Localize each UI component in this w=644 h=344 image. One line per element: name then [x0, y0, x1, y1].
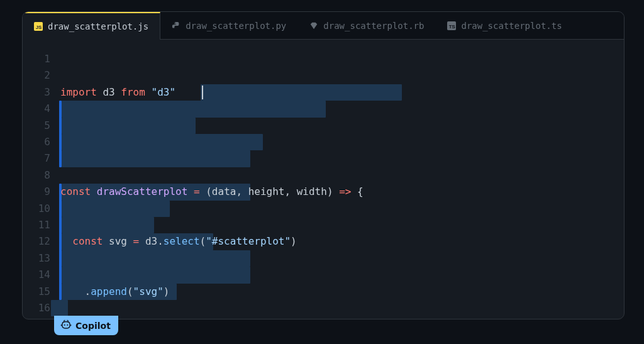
svg-text:TS: TS: [449, 23, 455, 29]
copilot-button[interactable]: Copilot: [54, 316, 118, 335]
tab-label: draw_scatterplot.ts: [461, 21, 562, 31]
ruby-icon: [309, 21, 318, 30]
code-line: .append("svg"): [60, 284, 624, 300]
tab-py[interactable]: draw_scatterplot.py: [160, 12, 298, 39]
copilot-label: Copilot: [75, 321, 111, 331]
tab-label: draw_scatterplot.py: [186, 21, 286, 31]
editor-window: JS draw_scatterplot.js draw_scatterplot.…: [22, 11, 625, 319]
copilot-icon: [60, 319, 72, 331]
python-icon: [172, 21, 180, 30]
svg-point-6: [67, 325, 68, 326]
tab-bar: JS draw_scatterplot.js draw_scatterplot.…: [23, 12, 624, 40]
svg-point-5: [64, 325, 65, 326]
svg-point-2: [175, 22, 175, 23]
tab-label: draw_scatterplot.rb: [323, 21, 424, 31]
code-line: import d3 from "d3": [60, 84, 624, 101]
tab-label: draw_scatterplot.js: [48, 21, 148, 31]
ts-icon: TS: [447, 21, 456, 30]
js-icon: JS: [34, 22, 43, 31]
code-line: [60, 134, 624, 150]
code-lines[interactable]: import d3 from "d3" const drawScatterplo…: [53, 51, 624, 319]
code-line: const drawScatterplot = (data, height, w…: [60, 184, 624, 200]
tab-js[interactable]: JS draw_scatterplot.js: [23, 12, 160, 40]
svg-text:JS: JS: [36, 25, 42, 30]
line-number-gutter: 1 2 3 4 5 6 7 8 9 10 11 12 13 14 15 16: [23, 51, 53, 319]
code-editor[interactable]: 1 2 3 4 5 6 7 8 9 10 11 12 13 14 15 16 i…: [23, 40, 624, 319]
tab-rb[interactable]: draw_scatterplot.rb: [298, 12, 436, 39]
code-line: const svg = d3.select("#scatterplot"): [60, 233, 624, 250]
tab-ts[interactable]: TS draw_scatterplot.ts: [436, 12, 574, 39]
